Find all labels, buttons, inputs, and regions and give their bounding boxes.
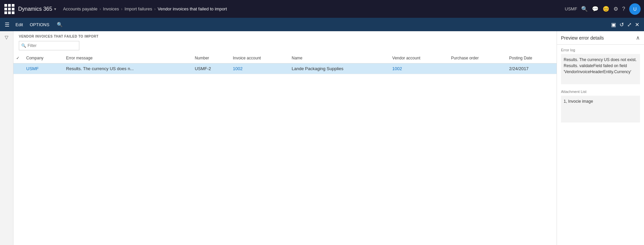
breadcrumb: Accounts payable › Invoices › Import fai… — [63, 6, 565, 11]
data-table: ✓ Company Error message Number Invoice a… — [13, 53, 557, 245]
col-invoice-account: Invoice account — [230, 53, 289, 63]
breadcrumb-accounts-payable[interactable]: Accounts payable — [63, 6, 97, 11]
toolbar-search-icon[interactable]: 🔍 — [57, 22, 63, 27]
toolbar-right-actions: ▣ ↺ ⤢ ✕ — [611, 21, 639, 28]
attachment-label: Attachment List — [561, 90, 640, 94]
main-area: ▽ VENDOR INVOICES THAT FAILED TO IMPORT … — [0, 31, 644, 245]
row-vendor-account[interactable]: 1002 — [390, 63, 448, 74]
filter-sidebar-icon[interactable]: ▽ — [5, 35, 8, 40]
row-purchase-order — [448, 63, 507, 74]
col-posting-date: Posting Date — [507, 53, 557, 63]
filter-search-icon: 🔍 — [21, 43, 26, 48]
attachment-box: 1, Invocie image — [561, 96, 640, 122]
secondary-toolbar: ☰ Edit OPTIONS 🔍 ▣ ↺ ⤢ ✕ — [0, 18, 644, 31]
right-panel-title: Preview error details — [561, 35, 604, 41]
left-sidebar: ▽ — [0, 31, 13, 245]
hamburger-menu-icon[interactable]: ☰ — [5, 21, 9, 28]
error-log-box: Results. The currency US does not exist.… — [561, 54, 640, 84]
table-header-row: ✓ Company Error message Number Invoice a… — [13, 53, 557, 63]
top-navbar: Dynamics 365 ▾ Accounts payable › Invoic… — [0, 0, 644, 18]
breadcrumb-sep-3: › — [154, 6, 156, 11]
search-icon[interactable]: 🔍 — [581, 6, 588, 12]
breadcrumb-sep-2: › — [121, 6, 122, 11]
avatar[interactable]: U — [629, 3, 641, 15]
refresh-icon[interactable]: ↺ — [619, 21, 624, 28]
col-company: Company — [24, 53, 64, 63]
apps-menu-button[interactable] — [3, 3, 15, 15]
chat-icon[interactable]: 💬 — [592, 6, 599, 12]
right-panel-header: Preview error details ∧ — [557, 31, 644, 45]
row-name: Lande Packaging Supplies — [289, 63, 390, 74]
row-posting-date: 2/24/2017 — [507, 63, 557, 74]
view-icon[interactable]: ▣ — [611, 21, 616, 28]
breadcrumb-current: Vendor invoices that failed to import — [158, 6, 227, 11]
nav-actions: USMF 🔍 💬 😊 ⚙ ? U — [565, 3, 641, 15]
right-panel-body: Error log Results. The currency US does … — [557, 45, 644, 245]
col-purchase-order: Purchase order — [448, 53, 507, 63]
filter-input[interactable] — [28, 43, 78, 48]
col-vendor-account: Vendor account — [390, 53, 448, 63]
filter-input-wrap: 🔍 — [19, 41, 79, 50]
error-log-label: Error log — [561, 48, 640, 52]
page-header: VENDOR INVOICES THAT FAILED TO IMPORT — [13, 31, 557, 40]
row-invoice-account[interactable]: 1002 — [230, 63, 289, 74]
col-number: Number — [192, 53, 230, 63]
filter-row: 🔍 — [13, 40, 557, 53]
col-check: ✓ — [13, 53, 24, 63]
edit-button[interactable]: Edit — [15, 21, 24, 29]
right-panel-collapse-button[interactable]: ∧ — [636, 35, 640, 41]
brand-title: Dynamics 365 — [18, 6, 52, 12]
right-panel: Preview error details ∧ Error log Result… — [557, 31, 644, 245]
user-label: USMF — [565, 6, 577, 11]
row-number: USMF-2 — [192, 63, 230, 74]
help-icon[interactable]: ? — [622, 6, 625, 12]
gear-icon[interactable]: ⚙ — [613, 6, 618, 12]
breadcrumb-invoices[interactable]: Invoices — [103, 6, 119, 11]
page-title: VENDOR INVOICES THAT FAILED TO IMPORT — [19, 35, 551, 38]
row-check — [13, 63, 24, 74]
brand-chevron[interactable]: ▾ — [54, 7, 56, 11]
breadcrumb-import-failures[interactable]: Import failures — [124, 6, 152, 11]
close-icon[interactable]: ✕ — [635, 21, 639, 28]
content-panel: VENDOR INVOICES THAT FAILED TO IMPORT 🔍 … — [13, 31, 557, 245]
row-error-message: Results. The currency US does n... — [64, 63, 192, 74]
col-name: Name — [289, 53, 390, 63]
person-icon[interactable]: 😊 — [603, 6, 609, 12]
breadcrumb-sep-1: › — [99, 6, 101, 11]
col-error-message: Error message — [64, 53, 192, 63]
expand-icon[interactable]: ⤢ — [627, 21, 632, 28]
options-button[interactable]: OPTIONS — [29, 21, 50, 29]
table-row[interactable]: USMF Results. The currency US does n... … — [13, 63, 557, 74]
row-company[interactable]: USMF — [24, 63, 64, 74]
